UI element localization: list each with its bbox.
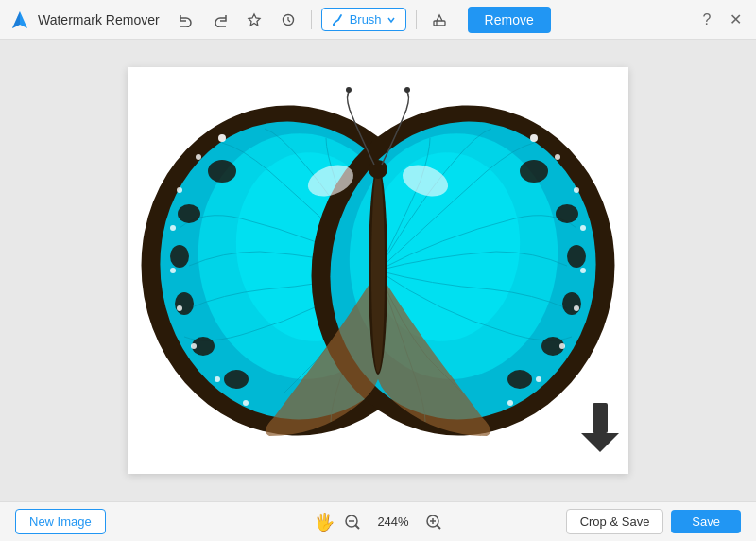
svg-point-17 xyxy=(224,370,249,389)
remove-button[interactable]: Remove xyxy=(468,7,551,33)
bottom-actions: Crop & Save Save xyxy=(566,509,741,534)
svg-marker-1 xyxy=(12,11,20,28)
svg-line-61 xyxy=(437,525,440,529)
brush-button[interactable]: Brush xyxy=(321,8,406,31)
svg-point-4 xyxy=(333,23,335,26)
svg-point-48 xyxy=(369,160,387,179)
svg-point-50 xyxy=(404,87,410,93)
chevron-down-icon xyxy=(387,15,396,25)
svg-point-14 xyxy=(170,245,189,268)
svg-point-25 xyxy=(215,376,220,382)
loop-button[interactable] xyxy=(275,7,301,33)
svg-point-24 xyxy=(191,343,197,349)
svg-point-13 xyxy=(178,204,200,223)
eraser-button[interactable] xyxy=(426,7,453,33)
svg-point-39 xyxy=(574,187,579,193)
zoom-in-button[interactable] xyxy=(425,514,442,531)
svg-point-23 xyxy=(177,305,182,311)
crop-save-button[interactable]: Crop & Save xyxy=(566,509,664,534)
help-button[interactable]: ? xyxy=(696,9,718,31)
svg-point-32 xyxy=(556,204,578,223)
svg-point-41 xyxy=(580,268,586,273)
bottom-bar: New Image 🖐 244% Crop & Save Save xyxy=(0,501,756,541)
svg-rect-5 xyxy=(434,21,445,26)
save-button[interactable]: Save xyxy=(671,510,741,533)
svg-point-20 xyxy=(177,187,182,193)
svg-point-18 xyxy=(218,134,226,142)
svg-point-12 xyxy=(208,160,236,183)
brush-label: Brush xyxy=(350,12,382,26)
redo-button[interactable] xyxy=(207,7,233,33)
svg-line-57 xyxy=(355,525,359,529)
svg-point-22 xyxy=(170,268,176,273)
separator-1 xyxy=(311,10,312,29)
hand-icon[interactable]: 🖐 xyxy=(314,512,335,532)
svg-point-31 xyxy=(520,160,548,183)
svg-point-36 xyxy=(507,370,532,389)
title-bar: Watermark Remover Brush Remove ? ✕ xyxy=(0,0,756,40)
svg-point-42 xyxy=(574,305,579,311)
svg-point-44 xyxy=(536,376,541,382)
svg-point-15 xyxy=(175,292,194,315)
app-title: Watermark Remover xyxy=(38,12,160,27)
close-button[interactable]: ✕ xyxy=(724,9,747,31)
svg-point-45 xyxy=(507,400,513,406)
butterfly-image xyxy=(128,67,628,474)
svg-point-47 xyxy=(371,168,385,373)
star-button[interactable] xyxy=(241,7,267,33)
title-bar-right: ? ✕ xyxy=(696,9,747,31)
canvas-area xyxy=(0,40,756,501)
svg-marker-2 xyxy=(249,14,260,26)
svg-point-34 xyxy=(562,292,581,315)
undo-button[interactable] xyxy=(173,7,199,33)
svg-point-38 xyxy=(555,154,560,160)
svg-point-37 xyxy=(530,134,538,142)
new-image-button[interactable]: New Image xyxy=(15,509,106,534)
zoom-level: 244% xyxy=(370,515,416,529)
svg-point-40 xyxy=(580,225,586,231)
separator-2 xyxy=(416,10,417,29)
svg-point-43 xyxy=(559,343,565,349)
svg-point-33 xyxy=(567,245,586,268)
svg-point-19 xyxy=(196,154,201,160)
svg-point-26 xyxy=(243,400,249,406)
svg-point-49 xyxy=(346,87,352,93)
image-container xyxy=(128,67,628,474)
zoom-out-button[interactable] xyxy=(344,514,361,531)
app-logo xyxy=(9,9,30,30)
svg-point-21 xyxy=(170,225,176,231)
